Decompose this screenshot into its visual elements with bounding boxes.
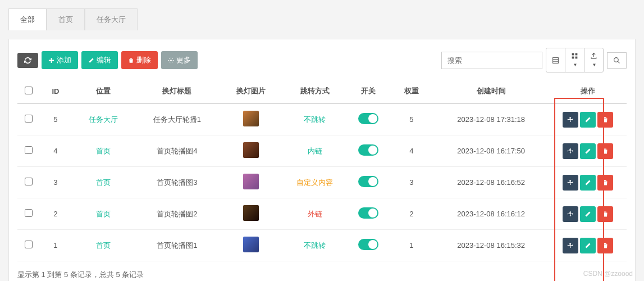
position-link[interactable]: 首页 (96, 178, 111, 187)
svg-point-8 (614, 57, 619, 62)
thumbnail-image[interactable] (243, 205, 259, 221)
search-button[interactable] (607, 52, 627, 69)
cell-weight[interactable]: 3 (390, 167, 433, 198)
jump-type: 自定义内容 (296, 178, 333, 187)
position-link[interactable]: 首页 (96, 241, 111, 250)
cell-created: 2023-12-08 16:15:32 (433, 230, 550, 261)
main-panel: 添加 编辑 删除 更多 ▼ ▼ (8, 39, 636, 281)
cell-title: 首页轮播图2 (135, 198, 220, 230)
toggle-switch[interactable] (358, 144, 378, 156)
cell-id: 5 (39, 103, 72, 135)
cell-weight[interactable]: 4 (390, 135, 433, 167)
row-delete-button[interactable] (597, 175, 613, 191)
cell-created: 2023-12-08 16:16:12 (433, 198, 550, 230)
col-image[interactable]: 换灯图片 (219, 79, 283, 103)
table-header-row: ID 位置 换灯标题 换灯图片 跳转方式 开关 权重 创建时间 操作 (17, 79, 627, 103)
position-link[interactable]: 首页 (96, 147, 111, 155)
toggle-switch[interactable] (358, 239, 378, 250)
table-row: 5任务大厅任务大厅轮播1不跳转52023-12-08 17:31:18 (17, 103, 627, 135)
cell-title: 首页轮播图4 (135, 135, 220, 167)
delete-button[interactable]: 删除 (121, 51, 158, 69)
svg-rect-6 (572, 57, 574, 59)
add-button[interactable]: 添加 (42, 51, 78, 69)
move-button[interactable] (563, 206, 578, 222)
col-switch[interactable]: 开关 (346, 79, 390, 103)
row-edit-button[interactable] (580, 175, 596, 191)
grid-view-button[interactable]: ▼ (565, 48, 584, 72)
col-title[interactable]: 换灯标题 (135, 79, 220, 103)
svg-rect-4 (572, 53, 574, 56)
move-button[interactable] (563, 143, 578, 159)
row-edit-button[interactable] (580, 112, 596, 128)
row-edit-button[interactable] (580, 238, 596, 253)
pencil-icon (88, 57, 94, 64)
cell-weight[interactable]: 2 (390, 198, 433, 230)
cell-created: 2023-12-08 17:31:18 (433, 103, 550, 135)
move-button[interactable] (563, 238, 578, 253)
cell-weight[interactable]: 5 (390, 103, 433, 135)
row-delete-button[interactable] (597, 238, 613, 253)
export-icon (590, 52, 597, 60)
cell-id: 2 (39, 198, 72, 230)
add-label: 添加 (57, 55, 71, 65)
cell-title: 首页轮播图1 (135, 230, 220, 261)
svg-rect-7 (576, 57, 578, 59)
edit-label: 编辑 (97, 55, 111, 65)
search-input[interactable] (441, 52, 542, 69)
col-created[interactable]: 创建时间 (433, 79, 550, 103)
more-button[interactable]: 更多 (161, 51, 198, 69)
refresh-button[interactable] (17, 53, 38, 68)
tab-任务大厅[interactable]: 任务大厅 (85, 8, 138, 30)
toggle-switch[interactable] (358, 207, 378, 219)
tab-首页[interactable]: 首页 (47, 8, 85, 30)
svg-point-0 (170, 60, 172, 61)
thumbnail-image[interactable] (243, 142, 259, 158)
cell-title: 任务大厅轮播1 (135, 103, 220, 135)
table-wrapper: ID 位置 换灯标题 换灯图片 跳转方式 开关 权重 创建时间 操作 5任务大厅… (17, 79, 627, 261)
jump-type: 不跳转 (304, 115, 326, 124)
toggle-switch[interactable] (358, 176, 378, 187)
thumbnail-image[interactable] (243, 111, 259, 126)
svg-rect-1 (553, 57, 559, 63)
row-checkbox[interactable] (25, 115, 33, 123)
row-checkbox[interactable] (25, 209, 33, 217)
toolbar: 添加 编辑 删除 更多 ▼ ▼ (17, 48, 627, 72)
thumbnail-image[interactable] (243, 174, 259, 189)
edit-button[interactable]: 编辑 (81, 51, 118, 69)
col-weight[interactable]: 权重 (390, 79, 433, 103)
row-checkbox[interactable] (25, 241, 33, 248)
export-button[interactable]: ▼ (584, 48, 604, 72)
svg-line-9 (618, 61, 619, 63)
col-position[interactable]: 位置 (72, 79, 135, 103)
thumbnail-image[interactable] (243, 237, 259, 252)
delete-label: 删除 (136, 55, 151, 65)
table-row: 1首页首页轮播图1不跳转12023-12-08 16:15:32 (17, 230, 627, 261)
toggle-switch[interactable] (358, 113, 378, 124)
row-edit-button[interactable] (580, 206, 596, 222)
table-row: 2首页首页轮播图2外链22023-12-08 16:16:12 (17, 198, 627, 230)
position-link[interactable]: 首页 (96, 210, 111, 218)
cell-weight[interactable]: 1 (390, 230, 433, 261)
col-jump[interactable]: 跳转方式 (283, 79, 346, 103)
cell-id: 4 (39, 135, 72, 167)
plus-icon (48, 57, 54, 64)
row-edit-button[interactable] (580, 143, 596, 159)
list-view-button[interactable] (546, 48, 565, 72)
svg-rect-5 (576, 53, 578, 56)
more-label: 更多 (176, 55, 191, 65)
row-delete-button[interactable] (597, 112, 613, 128)
select-all-checkbox[interactable] (25, 87, 33, 94)
col-id[interactable]: ID (39, 79, 72, 103)
move-button[interactable] (563, 175, 578, 191)
row-actions (563, 238, 613, 253)
chevron-down-icon: ▼ (573, 62, 578, 67)
row-delete-button[interactable] (597, 143, 613, 159)
tab-全部[interactable]: 全部 (8, 8, 47, 30)
row-checkbox[interactable] (25, 178, 33, 185)
position-link[interactable]: 任务大厅 (89, 115, 118, 124)
row-delete-button[interactable] (597, 206, 613, 222)
row-checkbox[interactable] (25, 146, 33, 154)
table-row: 4首页首页轮播图4内链42023-12-08 16:17:50 (17, 135, 627, 167)
row-actions (563, 112, 613, 128)
move-button[interactable] (563, 112, 578, 128)
